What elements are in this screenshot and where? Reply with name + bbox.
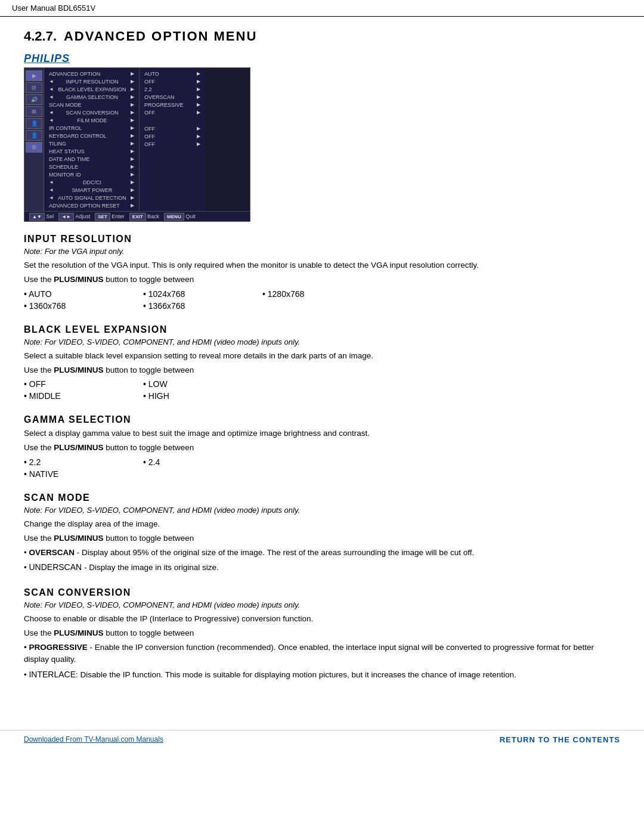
osd-icon-7: ⚙ (26, 142, 42, 153)
subsection-title-gamma: GAMMA SELECTION (24, 414, 620, 425)
section-title: ADVANCED OPTION MENU (64, 29, 257, 44)
nav-quit: MENU Quit (164, 213, 196, 219)
return-link[interactable]: RETURN TO THE CONTENTS (500, 735, 620, 744)
osd-value-off-2: OFF▶ (143, 109, 202, 116)
option-24: • 2.4 (143, 457, 262, 467)
osd-item-monitor-id: MONITOR ID▶ (48, 171, 135, 178)
osd-value-off-5: OFF▶ (143, 140, 202, 148)
osd-menu-list: ADVANCED OPTION▶ ◄INPUT RESOLUTION▶ ◄BLA… (44, 68, 140, 211)
osd-icon-2: ⊟ (26, 82, 42, 93)
option-middle: • MIDDLE (24, 391, 143, 401)
osd-icon-3: 🔊 (26, 94, 42, 105)
osd-item-heat-status: HEAT STATUS▶ (48, 147, 135, 155)
subsection-title-input-resolution: INPUT RESOLUTION (24, 234, 620, 244)
option-empty (262, 301, 382, 311)
option-off: • OFF (24, 379, 143, 389)
option-low: • LOW (143, 379, 262, 389)
osd-item-black-level: ◄BLACK LEVEL EXPANSION▶ (48, 85, 135, 93)
nav-enter: SET Enter (95, 213, 125, 219)
osd-value-off-1: OFF▶ (143, 78, 202, 85)
osd-item-input-resolution: ◄INPUT RESOLUTION▶ (48, 78, 135, 85)
section-heading: 4.2.7. ADVANCED OPTION MENU (24, 29, 620, 44)
osd-value-overscan: OVERSCAN▶ (143, 93, 202, 101)
osd-item-advanced-reset: ADVANCED OPTION RESET▶ (48, 202, 135, 209)
osd-container: PHILIPS ▶ ⊟ 🔊 ⊞ 👤 👤 ⚙ ADVANCED OPTION▶ (24, 52, 620, 222)
option-1024: • 1024x768 (143, 289, 262, 299)
osd-item-schedule: SCHEDULE▶ (48, 163, 135, 171)
osd-item-film-mode: ◄FILM MODE▶ (48, 116, 135, 124)
osd-item-advanced-option: ADVANCED OPTION▶ (48, 70, 135, 78)
option-22: • 2.2 (24, 457, 143, 467)
osd-values: AUTO▶ OFF▶ 2.2▶ OVERSCAN▶ PROGRESSIVE▶ (140, 68, 205, 211)
osd-item-tiling: TILING▶ (48, 140, 135, 147)
osd-item-keyboard: KEYBOARD CONTROL▶ (48, 132, 135, 140)
nav-back: EXIT Back (129, 213, 159, 219)
osd-sidebar: ▶ ⊟ 🔊 ⊞ 👤 👤 ⚙ (24, 68, 44, 211)
osd-menu: ▶ ⊟ 🔊 ⊞ 👤 👤 ⚙ ADVANCED OPTION▶ ◄INPUT RE… (24, 67, 250, 222)
philips-logo: PHILIPS (24, 52, 70, 65)
osd-item-ir-control: IR CONTROL▶ (48, 124, 135, 132)
subsection-title-scan-conversion: SCAN CONVERSION (24, 587, 620, 598)
osd-value-auto: AUTO▶ (143, 70, 202, 78)
body-scan-conversion-1: Choose to enable or disable the IP (Inte… (24, 613, 620, 625)
osd-item-gamma: ◄GAMMA SELECTION▶ (48, 93, 135, 101)
page-footer: Downloaded From TV-Manual.com Manuals RE… (0, 730, 644, 749)
osd-icon-4: ⊞ (26, 106, 42, 117)
osd-icon-1: ▶ (26, 70, 42, 81)
osd-value-off-4: OFF▶ (143, 132, 202, 140)
options-gamma: • 2.2 • 2.4 • NATIVE (24, 457, 620, 479)
subsection-title-scan-mode: SCAN MODE (24, 493, 620, 503)
bullet-progressive: • PROGRESSIVE - Enable the IP conversion… (24, 642, 620, 666)
osd-value-22: 2.2▶ (143, 85, 202, 93)
osd-nav-bar: ▲▼ Sel ◄► Adjust SET Enter EXIT Back MEN… (24, 211, 250, 221)
option-1280: • 1280x768 (262, 289, 382, 299)
note-scan-mode: Note: For VIDEO, S-VIDEO, COMPONENT, and… (24, 506, 620, 515)
section-number: 4.2.7. (24, 29, 57, 44)
osd-item-scan-conversion: ◄SCAN CONVERSION▶ (48, 109, 135, 116)
osd-value-off-3: OFF▶ (143, 125, 202, 132)
osd-item-ddc: ◄DDC/CI▶ (48, 178, 135, 186)
section-scan-conversion: SCAN CONVERSION Note: For VIDEO, S-VIDEO… (24, 587, 620, 681)
subsection-title-black-level: BLACK LEVEL EXPANSION (24, 324, 620, 335)
bullet-overscan: • OVERSCAN - Display about 95% of the or… (24, 547, 620, 559)
osd-value-progressive: PROGRESSIVE▶ (143, 101, 202, 109)
osd-icon-5: 👤 (26, 118, 42, 129)
footer-link[interactable]: Downloaded From TV-Manual.com Manuals (24, 735, 163, 744)
section-gamma: GAMMA SELECTION Select a display gamma v… (24, 414, 620, 479)
header-title: User Manual BDL6551V (12, 4, 95, 13)
nav-adjust: ◄► Adjust (58, 213, 90, 219)
section-scan-mode: SCAN MODE Note: For VIDEO, S-VIDEO, COMP… (24, 493, 620, 574)
body-gamma-2: Use the PLUS/MINUS button to toggle betw… (24, 442, 620, 454)
section-black-level: BLACK LEVEL EXPANSION Note: For VIDEO, S… (24, 324, 620, 402)
body-gamma-1: Select a display gamma value to best sui… (24, 428, 620, 439)
osd-item-date-time: DATE AND TIME▶ (48, 155, 135, 163)
option-1360: • 1360x768 (24, 301, 143, 311)
bullet-underscan: • UNDERSCAN - Display the image in its o… (24, 561, 620, 574)
options-input-resolution: • AUTO • 1024x768 • 1280x768 • 1360x768 … (24, 289, 620, 311)
note-black-level: Note: For VIDEO, S-VIDEO, COMPONENT, and… (24, 337, 620, 346)
osd-item-auto-signal: ◄AUTO SIGNAL DETECTION▶ (48, 194, 135, 202)
options-black-level: • OFF • LOW • MIDDLE • HIGH (24, 379, 620, 401)
note-input-resolution: Note: For the VGA input only. (24, 247, 620, 256)
osd-item-smart-power: ◄SMART POWER▶ (48, 186, 135, 194)
bullet-interlace: • INTERLACE: Disable the IP function. Th… (24, 668, 620, 681)
option-auto: • AUTO (24, 289, 143, 299)
osd-icon-6: 👤 (26, 130, 42, 141)
option-gamma-empty (143, 469, 262, 479)
section-input-resolution: INPUT RESOLUTION Note: For the VGA input… (24, 234, 620, 311)
osd-item-scan-mode: SCAN MODE▶ (48, 101, 135, 109)
body-scan-conversion-2: Use the PLUS/MINUS button to toggle betw… (24, 627, 620, 639)
body-input-resolution-2: Use the PLUS/MINUS button to toggle betw… (24, 274, 620, 286)
option-native: • NATIVE (24, 469, 143, 479)
body-black-level-1: Select a suitable black level expansion … (24, 350, 620, 362)
body-scan-mode-1: Change the display area of the image. (24, 518, 620, 530)
page-header: User Manual BDL6551V (0, 0, 644, 17)
option-1366: • 1366x768 (143, 301, 262, 311)
body-scan-mode-2: Use the PLUS/MINUS button to toggle betw… (24, 532, 620, 544)
body-black-level-2: Use the PLUS/MINUS button to toggle betw… (24, 364, 620, 376)
body-input-resolution-1: Set the resolution of the VGA input. Thi… (24, 259, 620, 271)
nav-sel: ▲▼ Sel (29, 213, 54, 219)
option-high: • HIGH (143, 391, 262, 401)
note-scan-conversion: Note: For VIDEO, S-VIDEO, COMPONENT, and… (24, 600, 620, 609)
osd-value-empty (143, 116, 202, 125)
